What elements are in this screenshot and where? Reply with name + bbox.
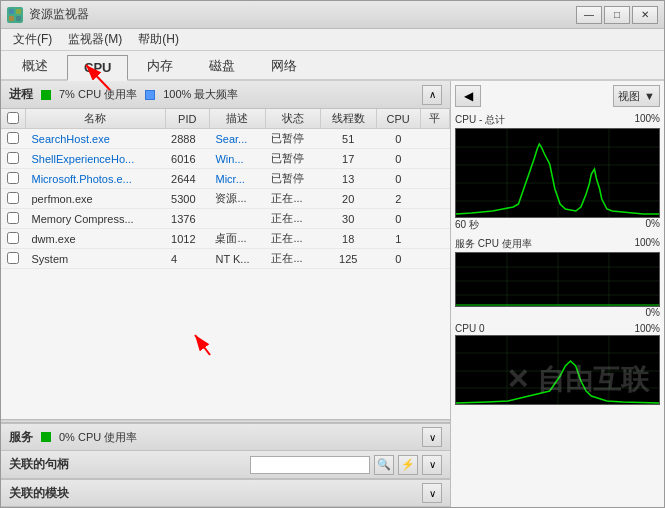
handles-refresh-button[interactable]: ⚡ <box>398 455 418 475</box>
row-threads: 125 <box>320 249 376 269</box>
col-threads[interactable]: 线程数 <box>320 109 376 129</box>
row-desc: 桌面... <box>209 229 265 249</box>
services-expand-btn[interactable]: ∨ <box>422 427 442 447</box>
tab-overview[interactable]: 概述 <box>5 52 65 79</box>
table-row[interactable]: ShellExperienceHo... 6016 Win... 已暂停 17 … <box>1 149 450 169</box>
process-title: 进程 <box>9 86 33 103</box>
main-window: 资源监视器 — □ ✕ 文件(F) 监视器(M) 帮助(H) 概述 CPU 内存… <box>0 0 665 508</box>
row-checkbox-1[interactable] <box>7 152 19 164</box>
table-row[interactable]: dwm.exe 1012 桌面... 正在... 18 1 <box>1 229 450 249</box>
cpu-total-time: 60 秒 <box>455 218 479 232</box>
row-checkbox-0[interactable] <box>7 132 19 144</box>
cpu-total-chart-section: CPU - 总计 100% <box>455 113 660 233</box>
title-bar-left: 资源监视器 <box>7 6 89 23</box>
table-row[interactable]: SearchHost.exe 2888 Sear... 已暂停 51 0 <box>1 129 450 149</box>
row-name: ShellExperienceHo... <box>26 149 166 169</box>
select-all-checkbox[interactable] <box>7 112 19 124</box>
row-threads: 13 <box>320 169 376 189</box>
row-checkbox-cell <box>1 129 26 149</box>
handles-expand-btn[interactable]: ∨ <box>422 455 442 475</box>
service-cpu-header: 服务 CPU 使用率 100% <box>455 237 660 251</box>
svg-rect-1 <box>16 9 21 14</box>
row-name: SearchHost.exe <box>26 129 166 149</box>
right-header: ◀ 视图 ▼ <box>455 85 660 107</box>
row-avg <box>420 249 449 269</box>
app-icon <box>7 7 23 23</box>
row-checkbox-4[interactable] <box>7 212 19 224</box>
cpu-total-chart-header: CPU - 总计 100% <box>455 113 660 127</box>
row-status: 已暂停 <box>265 169 320 189</box>
handles-search-input[interactable] <box>254 459 334 471</box>
tab-disk[interactable]: 磁盘 <box>192 52 252 79</box>
services-title: 服务 <box>9 429 33 446</box>
menu-file[interactable]: 文件(F) <box>5 29 60 50</box>
tab-cpu[interactable]: CPU <box>67 55 128 81</box>
cpu0-label: CPU 0 <box>455 323 484 334</box>
col-desc[interactable]: 描述 <box>209 109 265 129</box>
table-row[interactable]: Microsoft.Photos.e... 2644 Micr... 已暂停 1… <box>1 169 450 189</box>
row-desc <box>209 209 265 229</box>
tab-bar: 概述 CPU 内存 磁盘 网络 <box>1 51 664 81</box>
content-area: 进程 7% CPU 使用率 100% 最大频率 ∧ <box>1 81 664 507</box>
row-desc: 资源... <box>209 189 265 209</box>
col-avg[interactable]: 平 <box>420 109 449 129</box>
services-header[interactable]: 服务 0% CPU 使用率 ∨ <box>1 423 450 451</box>
cpu-total-chart-footer: 60 秒 0% <box>455 218 660 232</box>
row-status: 正在... <box>265 229 320 249</box>
table-row[interactable]: System 4 NT K... 正在... 125 0 <box>1 249 450 269</box>
modules-expand-btn[interactable]: ∨ <box>422 483 442 503</box>
row-cpu: 0 <box>376 209 420 229</box>
service-cpu-label: 服务 CPU 使用率 <box>455 237 532 251</box>
services-dot <box>41 432 51 442</box>
row-checkbox-cell <box>1 249 26 269</box>
tab-memory[interactable]: 内存 <box>130 52 190 79</box>
row-pid: 5300 <box>165 189 209 209</box>
handles-header[interactable]: 关联的句柄 🔍 ⚡ ∨ <box>1 451 450 479</box>
row-checkbox-3[interactable] <box>7 192 19 204</box>
svg-rect-3 <box>16 16 21 21</box>
menu-bar: 文件(F) 监视器(M) 帮助(H) <box>1 29 664 51</box>
col-name[interactable]: 名称 <box>26 109 166 129</box>
table-row[interactable]: Memory Compress... 1376 正在... 30 0 <box>1 209 450 229</box>
services-section: 服务 0% CPU 使用率 ∨ <box>1 423 450 451</box>
row-threads: 30 <box>320 209 376 229</box>
row-desc: Win... <box>209 149 265 169</box>
table-row[interactable]: perfmon.exe 5300 资源... 正在... 20 2 <box>1 189 450 209</box>
col-status[interactable]: 状态 <box>265 109 320 129</box>
row-status: 已暂停 <box>265 149 320 169</box>
row-threads: 18 <box>320 229 376 249</box>
process-expand-btn[interactable]: ∧ <box>422 85 442 105</box>
row-avg <box>420 129 449 149</box>
row-checkbox-5[interactable] <box>7 232 19 244</box>
row-name: Microsoft.Photos.e... <box>26 169 166 189</box>
freq-label: 100% 最大频率 <box>163 87 238 102</box>
row-checkbox-2[interactable] <box>7 172 19 184</box>
svg-rect-2 <box>9 16 14 21</box>
view-arrow-icon: ▼ <box>644 90 655 102</box>
row-pid: 2644 <box>165 169 209 189</box>
nav-prev-button[interactable]: ◀ <box>455 85 481 107</box>
maximize-button[interactable]: □ <box>604 6 630 24</box>
row-checkbox-6[interactable] <box>7 252 19 264</box>
row-avg <box>420 169 449 189</box>
menu-help[interactable]: 帮助(H) <box>130 29 187 50</box>
row-checkbox-cell <box>1 209 26 229</box>
row-cpu: 2 <box>376 189 420 209</box>
process-section-header[interactable]: 进程 7% CPU 使用率 100% 最大频率 ∧ <box>1 81 450 109</box>
col-pid[interactable]: PID <box>165 109 209 129</box>
row-pid: 2888 <box>165 129 209 149</box>
tab-network[interactable]: 网络 <box>254 52 314 79</box>
row-cpu: 1 <box>376 229 420 249</box>
row-threads: 17 <box>320 149 376 169</box>
modules-header[interactable]: 关联的模块 ∨ <box>1 479 450 507</box>
modules-title: 关联的模块 <box>9 485 69 502</box>
col-cpu[interactable]: CPU <box>376 109 420 129</box>
cpu-total-min: 0% <box>646 218 660 232</box>
menu-monitor[interactable]: 监视器(M) <box>60 29 130 50</box>
minimize-button[interactable]: — <box>576 6 602 24</box>
svg-rect-0 <box>9 9 14 14</box>
handles-search-button[interactable]: 🔍 <box>374 455 394 475</box>
process-table-container[interactable]: 名称 PID 描述 状态 线程数 CPU 平 <box>1 109 450 419</box>
view-button[interactable]: 视图 ▼ <box>613 85 660 107</box>
close-button[interactable]: ✕ <box>632 6 658 24</box>
